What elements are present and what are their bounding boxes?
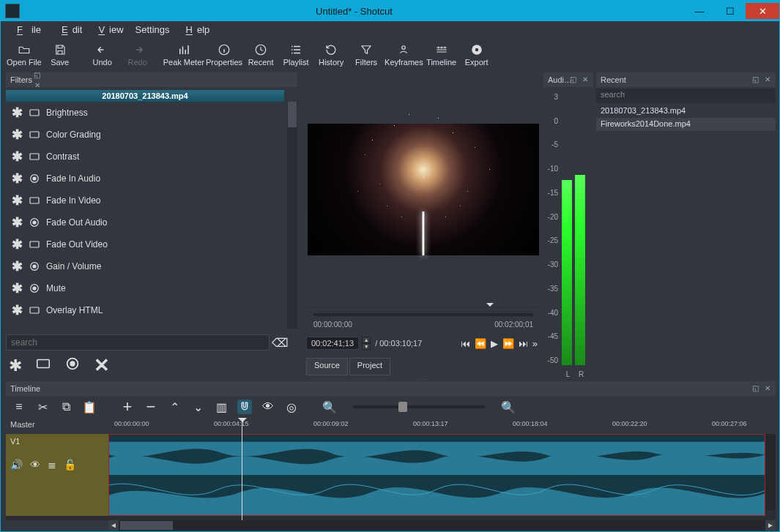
keyframes-icon <box>397 43 410 56</box>
save-button[interactable]: Save <box>43 39 77 71</box>
master-track-label[interactable]: Master <box>6 418 108 434</box>
skip-start-icon[interactable]: ⏮ <box>461 338 470 349</box>
filter-item[interactable]: ✱Fade Out Video <box>6 233 297 255</box>
filter-audio-icon[interactable] <box>64 356 81 376</box>
undo-icon <box>96 43 109 56</box>
timeline-button[interactable]: Timeline <box>425 39 458 71</box>
timecode-spinner[interactable]: ▲▼ <box>362 337 371 350</box>
open-file-button[interactable]: Open File <box>7 39 42 71</box>
append-icon[interactable]: + <box>120 400 135 414</box>
menu-file[interactable]: File <box>8 23 50 37</box>
menu-settings[interactable]: Settings <box>131 23 174 37</box>
audio-scale-tick: -40 <box>548 309 558 317</box>
preview-scrubber[interactable]: 00:00:00;00 00:02:00;01 <box>306 307 541 334</box>
undock-icon[interactable]: ◱ <box>568 74 578 84</box>
next-icon[interactable]: » <box>532 338 538 349</box>
filter-video-icon[interactable] <box>35 356 51 376</box>
scroll-left-icon[interactable]: ◄ <box>108 520 119 531</box>
play-icon[interactable]: ▶ <box>491 338 498 349</box>
zoom-in-icon[interactable]: 🔍 <box>501 400 516 414</box>
track-mute-icon[interactable]: 🔊 <box>10 459 23 471</box>
close-button[interactable]: ✕ <box>746 3 779 19</box>
forward-icon[interactable]: ⏩ <box>502 338 514 349</box>
track-composite-icon[interactable]: ≣ <box>48 459 56 471</box>
recent-panel-title: Recent <box>601 75 626 84</box>
rewind-icon[interactable]: ⏪ <box>475 338 486 349</box>
playlist-button[interactable]: Playlist <box>279 39 313 71</box>
menu-view[interactable]: View <box>89 23 127 37</box>
filter-item[interactable]: ✱Fade In Audio <box>6 168 297 190</box>
undock-icon[interactable]: ◱ <box>32 70 42 80</box>
zoom-slider[interactable] <box>353 405 485 408</box>
keyframes-button[interactable]: Keyframes <box>385 39 423 71</box>
recent-item[interactable]: Fireworks2014Done.mp4 <box>596 118 776 131</box>
panel-close-icon[interactable]: ✕ <box>32 80 42 90</box>
filter-item[interactable]: ✱Overlay HTML <box>6 299 297 321</box>
timeline-menu-icon[interactable]: ≡ <box>12 400 26 414</box>
undock-icon[interactable]: ◱ <box>750 383 760 393</box>
recent-search-input[interactable]: search <box>596 89 776 103</box>
menu-edit[interactable]: Edit <box>53 23 86 37</box>
svg-point-12 <box>33 221 36 224</box>
paste-icon[interactable]: 📋 <box>82 400 97 414</box>
filters-search-input[interactable] <box>6 334 270 351</box>
timeline-ruler[interactable]: 00:00:00:0000:00:04:1500:00:09:0200:00:1… <box>108 418 776 434</box>
undock-icon[interactable]: ◱ <box>750 74 760 84</box>
filter-close-icon[interactable]: ✕ <box>94 354 110 377</box>
cut-icon[interactable]: ✂ <box>35 400 50 414</box>
filter-item[interactable]: ✱Gain / Volume <box>6 255 297 277</box>
redo-icon <box>131 43 144 56</box>
undo-button[interactable]: Undo <box>86 39 119 71</box>
audio-scale-tick: -20 <box>548 213 558 221</box>
timeline-vscroll[interactable] <box>765 434 776 510</box>
timeline-clip[interactable] <box>108 434 765 516</box>
export-button[interactable]: Export <box>460 39 494 71</box>
current-timecode[interactable]: 00:02:41;13 <box>306 337 359 350</box>
menu-help[interactable]: Help <box>177 23 215 37</box>
maximize-button[interactable]: ☐ <box>715 3 746 19</box>
tab-project[interactable]: Project <box>349 358 390 375</box>
ripple-icon[interactable]: ◎ <box>284 400 299 414</box>
peak-meter-button[interactable]: Peak Meter <box>163 39 204 71</box>
filter-item[interactable]: ✱Fade Out Audio <box>6 211 297 233</box>
filter-favorite-icon[interactable]: ✱ <box>9 356 22 375</box>
overwrite-icon[interactable]: ⌄ <box>190 400 205 414</box>
skip-end-icon[interactable]: ⏭ <box>519 338 528 349</box>
clear-search-icon[interactable]: ⌫ <box>270 334 290 351</box>
recent-button[interactable]: Recent <box>244 39 278 71</box>
lift-icon[interactable]: ⌃ <box>167 400 182 414</box>
filter-list[interactable]: ✱Brightness✱Color Grading✱Contrast✱Fade … <box>6 102 297 329</box>
remove-icon[interactable]: − <box>144 400 158 414</box>
filter-item[interactable]: ✱Brightness <box>6 102 297 124</box>
filters-scrollbar[interactable] <box>287 102 297 329</box>
timeline-playhead[interactable] <box>242 418 242 520</box>
panel-close-icon[interactable]: ✕ <box>580 74 590 84</box>
tab-source[interactable]: Source <box>306 358 348 375</box>
filter-item[interactable]: ✱Mute <box>6 277 297 299</box>
panel-close-icon[interactable]: ✕ <box>762 383 773 393</box>
clock-icon <box>254 43 267 56</box>
asterisk-icon: ✱ <box>12 302 23 318</box>
track-hide-icon[interactable]: 👁 <box>30 459 40 471</box>
split-icon[interactable]: ▥ <box>214 400 229 414</box>
preview-viewport[interactable] <box>308 124 539 255</box>
scroll-right-icon[interactable]: ► <box>765 520 776 531</box>
track-lock-icon[interactable]: 🔓 <box>64 459 76 471</box>
zoom-out-icon[interactable]: 🔍 <box>322 400 337 414</box>
scrub-audio-icon[interactable]: 👁 <box>261 400 275 414</box>
history-button[interactable]: History <box>314 39 348 71</box>
filter-item[interactable]: ✱Color Grading <box>6 124 297 146</box>
filter-item[interactable]: ✱Fade In Video <box>6 190 297 211</box>
recent-item[interactable]: 20180703_213843.mp4 <box>596 105 776 118</box>
filter-item[interactable]: ✱Contrast <box>6 146 297 168</box>
copy-icon[interactable]: ⧉ <box>59 400 73 414</box>
panel-close-icon[interactable]: ✕ <box>762 74 773 84</box>
timeline-hscroll[interactable]: ◄ ► <box>108 520 776 531</box>
scrub-start-label: 00:00:00;00 <box>313 321 352 329</box>
minimize-button[interactable]: — <box>684 3 715 19</box>
track-header-v1[interactable]: V1 🔊 👁 ≣ 🔓 <box>6 434 108 516</box>
filters-button[interactable]: Filters <box>349 39 383 71</box>
properties-button[interactable]: Properties <box>206 39 242 71</box>
selected-clip-label[interactable]: 20180703_213843.mp4 <box>6 90 284 102</box>
snap-icon[interactable] <box>237 400 252 414</box>
